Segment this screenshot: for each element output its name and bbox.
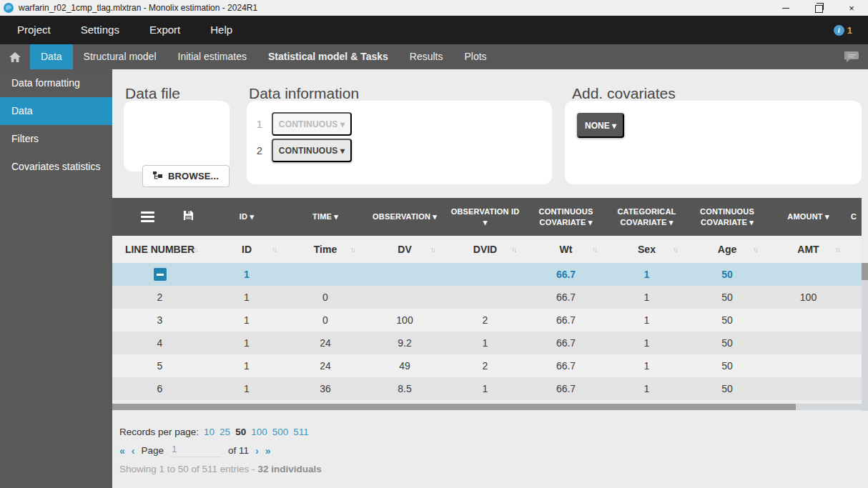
sidebar-item-filters[interactable]: Filters [0, 125, 112, 153]
entries-summary: Showing 1 to 50 of 511 entries - 32 indi… [119, 464, 322, 474]
entries-summary-text: Showing 1 to 50 of 511 entries - [119, 464, 257, 474]
type-header-continuous-covariate[interactable]: CONTINUOUS COVARIATE ▾ [687, 198, 767, 236]
minimize-button[interactable] [769, 0, 802, 16]
tab-data[interactable]: Data [30, 44, 73, 69]
column-header-time[interactable]: Time↑↓ [286, 236, 365, 263]
browse-button[interactable]: BROWSE... [142, 165, 230, 187]
type-header-amount[interactable]: AMOUNT ▾ [767, 198, 849, 236]
data-file-title: Data file [125, 85, 180, 102]
cell-amt: 100 [767, 286, 849, 309]
column-header-age[interactable]: Age↑↓ [687, 236, 767, 263]
sort-icon[interactable]: ↑↓ [673, 246, 677, 254]
sort-icon[interactable]: ↑↓ [835, 246, 839, 254]
collapse-row-button[interactable] [154, 268, 167, 281]
vertical-scrollbar[interactable] [862, 263, 868, 411]
records-option-511[interactable]: 511 [293, 427, 309, 437]
column-type-dropdown-2[interactable]: CONTINUOUS ▾ [272, 139, 352, 162]
sidebar-item-data-formatting[interactable]: Data formatting [0, 69, 112, 97]
close-button[interactable]: × [835, 0, 868, 16]
last-page-button[interactable]: » [265, 445, 271, 457]
add-covariates-dropdown[interactable]: NONE ▾ [577, 113, 624, 138]
tab-statistical-model-tasks[interactable]: Statistical model & Tasks [257, 44, 399, 69]
line-number-cell: 5 [112, 354, 207, 377]
records-option-500[interactable]: 500 [272, 427, 289, 437]
menu-project[interactable]: Project [2, 16, 66, 44]
cell-sex: 1 [606, 354, 687, 377]
sort-icon[interactable]: ↑↓ [193, 246, 197, 254]
notification-area[interactable]: i 1 [834, 25, 868, 36]
table-row[interactable]: 512449266.7150 [112, 354, 862, 377]
table-row[interactable]: 21066.7150100 [112, 286, 862, 309]
menu-export[interactable]: Export [134, 16, 195, 44]
prev-page-button[interactable]: ‹ [132, 445, 135, 457]
column-header-line-number[interactable]: LINE NUMBER↑↓ [112, 236, 207, 263]
type-header-categorical-covariate[interactable]: CATEGORICAL COVARIATE ▾ [606, 198, 687, 236]
cell-wt: 66.7 [526, 309, 606, 332]
records-option-50[interactable]: 50 [235, 427, 246, 437]
horizontal-scrollbar[interactable] [112, 404, 862, 410]
column-header-dv[interactable]: DV↑↓ [365, 236, 445, 263]
cell-time: 36 [286, 377, 365, 400]
cell-dv [365, 263, 445, 286]
records-option-100[interactable]: 100 [251, 427, 267, 437]
column-type-dropdown-1[interactable]: CONTINUOUS ▾ [272, 112, 352, 136]
chat-bubble-icon[interactable] [844, 51, 859, 63]
sort-icon[interactable]: ↑↓ [592, 246, 596, 254]
table-row[interactable]: 61368.5166.7150 [112, 377, 862, 400]
column-header-sex[interactable]: Sex↑↓ [606, 236, 687, 263]
cell-age: 50 [687, 377, 767, 400]
column-header-id[interactable]: ID↑↓ [207, 236, 286, 263]
type-header-c[interactable]: C [849, 198, 862, 236]
column-header-wt[interactable]: Wt↑↓ [526, 236, 606, 263]
sort-icon[interactable]: ↑↓ [350, 246, 355, 254]
type-header-observation-id[interactable]: OBSERVATION ID ▾ [445, 198, 526, 236]
tab-initial-estimates[interactable]: Initial estimates [167, 44, 257, 69]
menu-settings[interactable]: Settings [66, 16, 134, 44]
table-row[interactable]: 41249.2166.7150 [112, 332, 862, 354]
type-header-observation[interactable]: OBSERVATION ▾ [365, 198, 445, 236]
sort-icon[interactable]: ↑↓ [272, 246, 276, 254]
cell-amt [767, 309, 849, 332]
table-menu-icon[interactable] [141, 211, 154, 222]
main-content: Data file BROWSE... From data formatting… [112, 69, 868, 488]
table-row[interactable]: 166.7150 [112, 263, 862, 286]
page-of-label: of 11 [228, 445, 249, 456]
table-row[interactable]: 310100266.7150 [112, 309, 862, 332]
sidebar-item-data[interactable]: Data [0, 97, 112, 125]
pager: « ‹ Page of 11 › » [119, 444, 271, 457]
sidebar-item-covariates-statistics[interactable]: Covariates statistics [0, 153, 112, 181]
next-page-button[interactable]: › [255, 445, 259, 457]
tab-results[interactable]: Results [399, 44, 454, 69]
cell-sex: 1 [606, 377, 687, 400]
sort-icon[interactable]: ↑↓ [511, 246, 516, 254]
type-header-continuous-covariate[interactable]: CONTINUOUS COVARIATE ▾ [526, 198, 606, 236]
sort-icon[interactable]: ↑↓ [753, 246, 757, 254]
cell-amt [767, 332, 849, 354]
horizontal-scrollbar-thumb[interactable] [112, 404, 796, 410]
browse-tree-icon [153, 171, 163, 181]
column-header-dvid[interactable]: DVID↑↓ [445, 236, 526, 263]
save-icon[interactable] [183, 210, 194, 224]
menu-help[interactable]: Help [195, 16, 247, 44]
type-header-id[interactable]: ID ▾ [207, 198, 286, 236]
page-input[interactable] [170, 444, 222, 457]
home-icon[interactable] [0, 44, 30, 69]
cell-dvid [445, 286, 526, 309]
cell-id: 1 [207, 332, 286, 354]
tab-structural-model[interactable]: Structural model [73, 44, 167, 69]
tab-plots[interactable]: Plots [454, 44, 498, 69]
column-type-header-row: ID ▾TIME ▾OBSERVATION ▾OBSERVATION ID ▾C… [112, 198, 862, 236]
sort-icon[interactable]: ↑↓ [430, 246, 435, 254]
records-option-25[interactable]: 25 [220, 427, 230, 437]
type-header-time[interactable]: TIME ▾ [286, 198, 365, 236]
column-header-amt[interactable]: AMT↑↓ [767, 236, 849, 263]
data-table: ID ▾TIME ▾OBSERVATION ▾OBSERVATION ID ▾C… [112, 198, 862, 400]
records-option-10[interactable]: 10 [204, 427, 214, 437]
first-page-button[interactable]: « [119, 445, 125, 457]
restore-button[interactable] [802, 0, 835, 16]
vertical-scrollbar-thumb[interactable] [862, 263, 868, 280]
cell-dvid: 1 [445, 332, 526, 354]
window-controls: × [769, 0, 868, 16]
cell-time: 24 [286, 354, 365, 377]
cell-dv: 49 [365, 354, 445, 377]
